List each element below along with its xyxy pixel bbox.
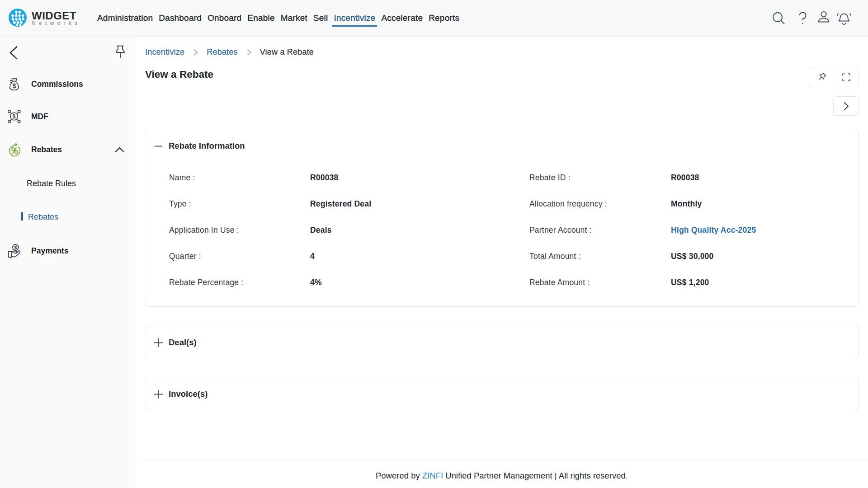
svg-text:$: $ xyxy=(14,245,17,250)
svg-text:$: $ xyxy=(13,113,16,120)
svg-text:$: $ xyxy=(12,82,16,89)
